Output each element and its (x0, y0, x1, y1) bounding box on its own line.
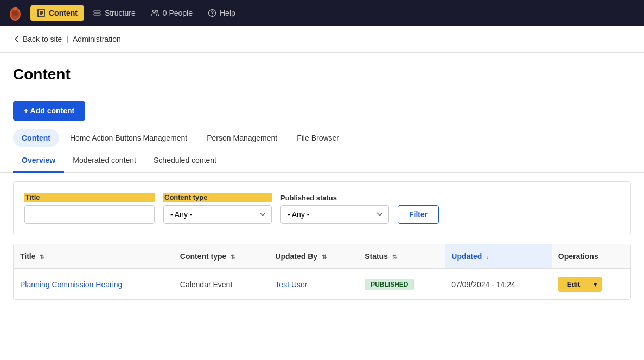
filter-row: Title Content type - Any - Calendar Even… (24, 193, 620, 224)
cell-operations: Edit ▾ (552, 269, 630, 299)
filter-content-type-group: Content type - Any - Calendar Event Page… (163, 193, 272, 224)
filter-title-group: Title (24, 193, 155, 224)
content-table: Title ⇅ Content type ⇅ Updated By ⇅ Stat… (14, 244, 630, 299)
svg-point-11 (156, 10, 158, 12)
col-title[interactable]: Title ⇅ (14, 244, 174, 269)
nav-structure-label: Structure (105, 9, 136, 17)
top-navigation: Content Structure 0 People Help (0, 0, 644, 26)
tab-file-browser[interactable]: File Browser (288, 129, 348, 147)
content-tabs: Content Home Action Buttons Management P… (0, 129, 644, 147)
chevron-down-icon: ▾ (594, 280, 597, 288)
filter-status-group: Published status - Any - Published Unpub… (280, 194, 389, 224)
cell-updated: 07/09/2024 - 14:24 (445, 269, 552, 299)
page-title: Content (13, 66, 631, 83)
svg-point-10 (152, 10, 155, 13)
table-row: Planning Commission Hearing Calendar Eve… (14, 269, 630, 299)
svg-point-13 (212, 15, 212, 15)
filter-status-select[interactable]: - Any - Published Unpublished (280, 205, 389, 224)
tab-content[interactable]: Content (13, 129, 59, 147)
breadcrumb: Back to site | Administration (0, 26, 644, 53)
svg-rect-8 (94, 11, 100, 12)
filter-button-group: Filter (398, 205, 439, 224)
col-status[interactable]: Status ⇅ (358, 244, 445, 269)
people-icon (151, 9, 160, 17)
operations-group: Edit ▾ (558, 277, 624, 292)
nav-item-structure[interactable]: Structure (86, 5, 142, 21)
actions-section: + Add content (0, 92, 644, 129)
nav-people-label: 0 People (163, 9, 193, 17)
status-badge: PUBLISHED (365, 279, 414, 290)
tab-home-action[interactable]: Home Action Buttons Management (61, 129, 196, 147)
subtab-scheduled[interactable]: Scheduled content (145, 149, 225, 173)
filter-section: Title Content type - Any - Calendar Even… (13, 181, 631, 235)
nav-help-label: Help (220, 9, 235, 17)
edit-button[interactable]: Edit (558, 277, 589, 292)
content-table-section: Title ⇅ Content type ⇅ Updated By ⇅ Stat… (13, 244, 631, 300)
back-to-site-link[interactable]: Back to site (13, 35, 62, 43)
nav-item-content[interactable]: Content (30, 5, 84, 21)
filter-content-type-label: Content type (163, 193, 272, 202)
tab-person-management[interactable]: Person Management (198, 129, 286, 147)
sort-updated-icon: ↓ (486, 254, 489, 260)
cell-title: Planning Commission Hearing (14, 269, 174, 299)
sub-tabs: Overview Moderated content Scheduled con… (0, 149, 644, 173)
col-updated-by[interactable]: Updated By ⇅ (269, 244, 358, 269)
filter-title-label: Title (24, 193, 155, 202)
back-to-site-label: Back to site (23, 35, 62, 43)
filter-content-type-select[interactable]: - Any - Calendar Event Page Article Basi… (163, 205, 272, 224)
sort-content-type-icon: ⇅ (231, 254, 235, 261)
col-content-type[interactable]: Content type ⇅ (174, 244, 269, 269)
cell-content-type: Calendar Event (174, 269, 269, 299)
filter-status-label: Published status (280, 194, 389, 202)
sort-status-icon: ⇅ (392, 254, 397, 261)
breadcrumb-current: Administration (73, 35, 121, 43)
filter-title-input[interactable] (24, 205, 155, 224)
edit-dropdown-button[interactable]: ▾ (589, 277, 602, 292)
document-icon (37, 9, 46, 17)
subtab-overview[interactable]: Overview (13, 149, 64, 173)
cell-updated-by: Test User (269, 269, 358, 299)
nav-content-label: Content (49, 9, 78, 17)
svg-rect-9 (94, 14, 100, 15)
cell-status: PUBLISHED (358, 269, 445, 299)
svg-point-3 (11, 10, 20, 20)
arrow-left-icon (13, 35, 21, 43)
filter-button[interactable]: Filter (398, 205, 439, 224)
help-icon (208, 9, 216, 17)
table-header-row: Title ⇅ Content type ⇅ Updated By ⇅ Stat… (14, 244, 630, 269)
sort-updated-by-icon: ⇅ (322, 254, 327, 261)
breadcrumb-separator: | (66, 35, 68, 43)
layers-icon (93, 9, 101, 17)
logo-icon (7, 4, 24, 22)
row-updated-by-link[interactable]: Test User (275, 280, 307, 289)
nav-item-people[interactable]: 0 People (144, 5, 199, 21)
col-operations: Operations (552, 244, 630, 269)
page-title-section: Content (0, 53, 644, 92)
site-logo[interactable] (7, 4, 24, 22)
sort-title-icon: ⇅ (40, 254, 44, 261)
add-content-button[interactable]: + Add content (13, 101, 85, 121)
subtab-moderated[interactable]: Moderated content (64, 149, 145, 173)
nav-item-help[interactable]: Help (201, 5, 242, 21)
col-updated[interactable]: Updated ↓ (445, 244, 552, 269)
row-title-link[interactable]: Planning Commission Hearing (20, 280, 122, 289)
